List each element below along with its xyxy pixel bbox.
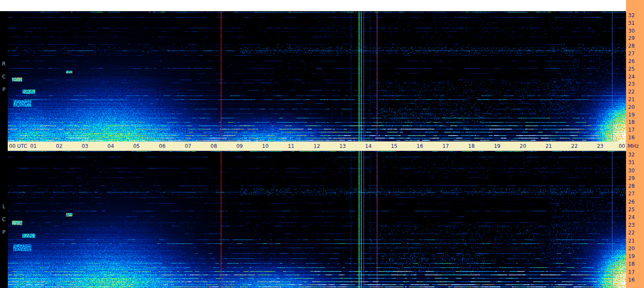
freq-tick-rcp-19: 19 [628,112,635,117]
freq-tick-rcp-20: 20 [628,105,635,110]
freq-tick-rcp-26: 26 [628,59,635,64]
axis-letter-rcp-1: C [2,74,6,80]
freq-tick-lcp-30: 30 [628,168,635,173]
time-axis-hour-07: 07 [185,141,191,151]
freq-tick-lcp-23: 23 [628,222,635,228]
time-axis-hour-02: 02 [56,141,63,151]
time-axis-hour-03: 03 [82,141,88,151]
time-axis-hour-09: 09 [236,141,243,151]
freq-tick-lcp-19: 19 [628,254,635,259]
time-axis-hour-22: 22 [571,141,578,151]
freq-tick-lcp-24: 24 [628,215,635,220]
time-axis-hour-20: 20 [520,141,526,151]
time-axis-hour-05: 05 [133,141,140,151]
freq-tick-lcp-32: 32 [628,152,635,157]
freq-tick-lcp-20: 20 [628,246,635,251]
freq-tick-rcp-25: 25 [628,66,635,72]
time-axis-hour-04: 04 [108,141,114,151]
freq-tick-lcp-22: 22 [628,230,635,235]
freq-tick-rcp-31: 31 [628,21,635,26]
freq-tick-lcp-25: 25 [628,207,635,212]
mhz-unit-label: MHz [628,141,639,151]
freq-tick-rcp-17: 17 [628,127,635,132]
freq-tick-rcp-30: 30 [628,28,635,33]
freq-tick-lcp-16: 16 [628,277,635,282]
axis-letter-lcp-0: L [3,204,6,210]
frequency-strip: MHz 323130292827262524232221201918171632… [626,0,644,288]
time-axis-right-label: 00 [619,141,625,151]
freq-tick-rcp-21: 21 [628,97,635,102]
freq-tick-rcp-27: 27 [628,51,635,56]
freq-tick-lcp-26: 26 [628,199,635,204]
freq-tick-rcp-16: 16 [628,135,635,140]
axis-letter-rcp-0: R [2,61,6,67]
freq-tick-lcp-28: 28 [628,183,635,189]
freq-tick-lcp-31: 31 [628,160,635,165]
axis-letter-lcp-2: P [2,229,5,235]
time-axis-hour-12: 12 [314,141,320,151]
freq-tick-rcp-29: 29 [628,36,635,41]
lcp-spectrogram [8,151,626,288]
lcp-axis-label: LCP [0,151,8,288]
axis-letter-lcp-1: C [2,216,6,222]
time-axis-hour-16: 16 [416,141,423,151]
time-axis-hour-19: 19 [494,141,500,151]
freq-tick-rcp-23: 23 [628,81,635,87]
time-axis-hour-13: 13 [339,141,346,151]
app-root: AJ4CO Observatory 04 Jul 2022 - DPS on T… [0,0,644,288]
rcp-axis-label: RCP [0,12,8,141]
freq-tick-lcp-27: 27 [628,191,635,196]
time-axis-hour-21: 21 [545,141,552,151]
title-bar: AJ4CO Observatory 04 Jul 2022 - DPS on T… [0,0,626,11]
freq-tick-rcp-24: 24 [628,74,635,79]
time-axis-hour-01: 01 [30,141,36,151]
freq-tick-lcp-21: 21 [628,238,635,243]
time-axis-hour-23: 23 [597,141,603,151]
time-axis-hour-06: 06 [159,141,165,151]
time-axis-hour-14: 14 [365,141,371,151]
time-axis-hour-18: 18 [468,141,475,151]
freq-tick-rcp-28: 28 [628,43,635,48]
axis-letter-rcp-2: P [2,87,5,93]
freq-tick-rcp-22: 22 [628,89,635,94]
freq-tick-lcp-29: 29 [628,176,635,181]
time-axis-hour-11: 11 [288,141,294,151]
freq-tick-lcp-18: 18 [628,261,635,267]
time-axis-hour-10: 10 [262,141,269,151]
freq-tick-lcp-17: 17 [628,270,635,275]
time-axis-hour-15: 15 [391,141,397,151]
freq-tick-rcp-18: 18 [628,120,635,125]
time-axis-hour-17: 17 [442,141,449,151]
freq-tick-rcp-32: 32 [628,13,635,18]
time-axis: 00 UTC 00 010203040506070809101112131415… [8,141,626,151]
rcp-spectrogram [8,12,626,141]
time-axis-hour-08: 08 [210,141,217,151]
time-axis-left-label: 00 UTC [9,141,27,151]
